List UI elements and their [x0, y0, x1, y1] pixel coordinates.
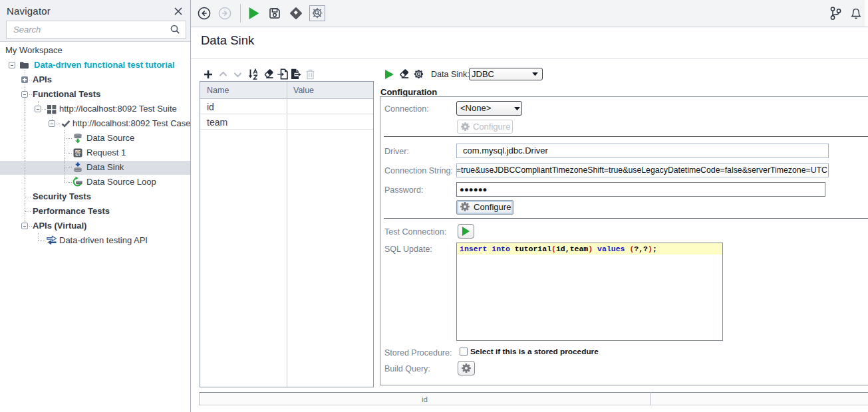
- svg-text:ST: ST: [75, 153, 80, 157]
